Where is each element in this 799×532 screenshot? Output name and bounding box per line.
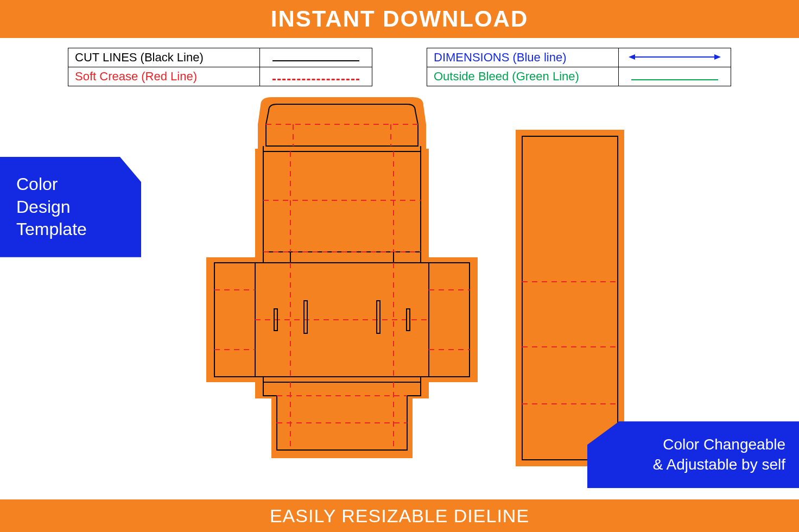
legend-dimensions-label: DIMENSIONS (Blue line): [427, 48, 619, 67]
side-panel-svg: [516, 130, 624, 466]
legend-section: CUT LINES (Black Line) Soft Crease (Red …: [0, 38, 799, 86]
dieline-svg: [195, 94, 489, 474]
arrow-icon: [629, 53, 721, 61]
top-banner-title: INSTANT DOWNLOAD: [271, 6, 529, 32]
legend-bleed-sample: [618, 67, 731, 86]
legend-cut-label: CUT LINES (Black Line): [68, 48, 260, 67]
svg-marker-1: [629, 54, 635, 60]
svg-rect-35: [516, 130, 624, 466]
main-content-area: Color Design Template: [0, 86, 799, 499]
legend-crease-sample: [259, 67, 372, 86]
legend-cut-sample: [259, 48, 372, 67]
left-badge: Color Design Template: [0, 157, 141, 257]
legend-dimensions-sample: [618, 48, 731, 67]
top-banner: INSTANT DOWNLOAD: [0, 0, 799, 38]
right-badge-text: Color Changeable & Adjustable by self: [653, 436, 785, 472]
dieline-side-panel: [516, 130, 624, 468]
legend-bleed-label: Outside Bleed (Green Line): [427, 67, 619, 86]
bottom-banner-title: EASILY RESIZABLE DIELINE: [270, 505, 529, 527]
svg-marker-2: [714, 54, 721, 60]
legend-table-right: DIMENSIONS (Blue line) Outside Bleed (Gr…: [427, 48, 731, 86]
right-badge: Color Changeable & Adjustable by self: [587, 421, 799, 488]
dieline-main-template: [195, 94, 489, 477]
legend-crease-label: Soft Crease (Red Line): [68, 67, 260, 86]
bottom-banner: EASILY RESIZABLE DIELINE: [0, 499, 799, 532]
legend-table-left: CUT LINES (Black Line) Soft Crease (Red …: [68, 48, 372, 86]
left-badge-text: Color Design Template: [16, 174, 87, 239]
